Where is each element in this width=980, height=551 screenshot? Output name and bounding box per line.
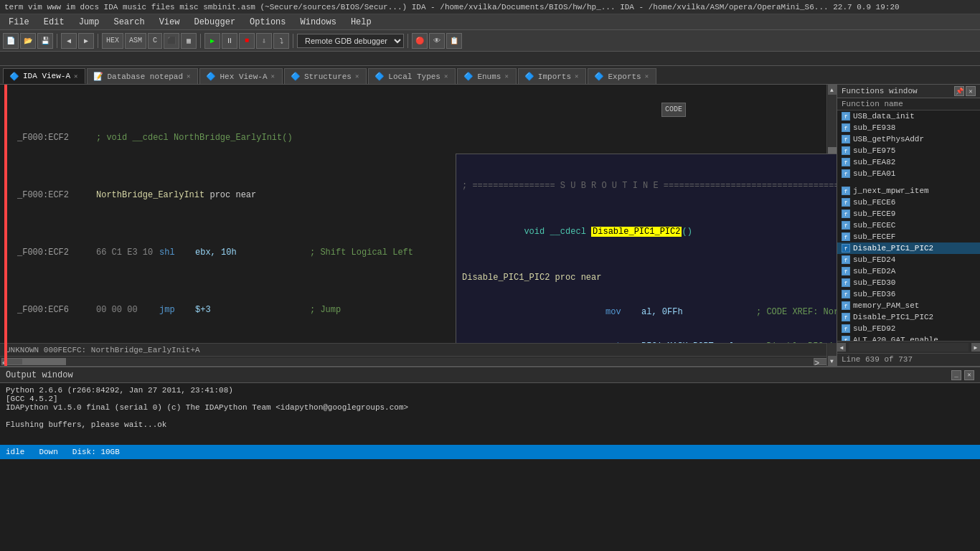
func-scroll-left[interactable]: ◀ <box>837 343 846 352</box>
line-addr: _F000:ECF2 <box>17 189 96 201</box>
tab-exports-close[interactable]: ✕ <box>645 72 649 80</box>
tab-db-notepad[interactable]: 📝 Database notepad ✕ <box>87 68 198 84</box>
func-icon: f <box>842 209 850 218</box>
func-icon: f <box>842 255 850 264</box>
func-item-selected[interactable]: f Disable_PIC1_PIC2 <box>837 242 980 254</box>
menu-help[interactable]: Help <box>345 16 377 29</box>
tab-imports-close[interactable]: ✕ <box>575 72 578 80</box>
toolbar-asm[interactable]: ASM <box>125 33 146 49</box>
navbar <box>0 52 980 66</box>
functions-panel-close[interactable]: ✕ <box>966 86 976 96</box>
func-item[interactable]: f sub_FEA01 <box>837 168 980 179</box>
func-name: Disable_PIC1_PIC2 <box>853 313 933 321</box>
func-icon: f <box>842 123 850 132</box>
func-item[interactable]: f Disable_PIC1_PIC2 <box>837 311 980 323</box>
functions-scrollbar[interactable]: ◀ ▶ <box>837 341 980 353</box>
output-close[interactable]: ✕ <box>964 370 974 380</box>
output-minimize[interactable]: _ <box>951 370 961 380</box>
functions-column-name: Function name <box>837 98 980 110</box>
tab-local-types-close[interactable]: ✕ <box>444 72 448 80</box>
toolbar-step-over[interactable]: ⤵ <box>273 33 289 49</box>
func-item[interactable]: f sub_FE975 <box>837 145 980 156</box>
toolbar-run[interactable]: ▶ <box>204 33 220 49</box>
toolbar-stop[interactable]: ■ <box>239 33 255 49</box>
toolbar-open[interactable]: 📂 <box>20 33 36 49</box>
debugger-select[interactable]: Remote GDB debugger <box>297 34 404 48</box>
toolbar-hex[interactable]: HEX <box>102 33 123 49</box>
functions-panel-pin[interactable]: 📌 <box>954 86 964 96</box>
vscroll-down[interactable]: ▼ <box>828 356 837 366</box>
tab-exports[interactable]: 🔷 Exports ✕ <box>588 68 656 84</box>
toolbar-graph[interactable]: ⬛ <box>164 33 179 49</box>
func-name: sub_FED36 <box>853 290 895 298</box>
tab-structures-label: Structures <box>304 72 352 81</box>
func-item[interactable]: f sub_FED92 <box>837 323 980 334</box>
func-item[interactable]: f sub_FECEC <box>837 220 980 231</box>
menu-jump[interactable]: Jump <box>73 16 105 29</box>
tab-imports[interactable]: 🔷 Imports ✕ <box>518 68 587 84</box>
func-icon: f <box>842 221 850 230</box>
code-hscrollbar[interactable]: < > <box>0 356 837 366</box>
func-item[interactable]: f ALT_A20_GAT_enable <box>837 334 980 341</box>
func-item[interactable]: f USB_getPhysAddr <box>837 133 980 145</box>
functions-list[interactable]: f USB_data_init f sub_FE938 f USB_getPhy… <box>837 110 980 341</box>
toolbar-stack[interactable]: ▦ <box>181 33 197 49</box>
func-item[interactable]: f sub_FECE6 <box>837 197 980 208</box>
func-item[interactable]: f sub_FE938 <box>837 122 980 133</box>
hscroll-thumb[interactable] <box>23 358 66 365</box>
menu-file[interactable]: File <box>3 16 35 29</box>
toolbar-pause[interactable]: ⏸ <box>222 33 237 49</box>
tab-ida-view-close[interactable]: ✕ <box>74 72 77 80</box>
toolbar-save[interactable]: 💾 <box>37 33 53 49</box>
func-item[interactable]: f sub_FECE9 <box>837 208 980 220</box>
toolbar-step-into[interactable]: ⇩ <box>256 33 272 49</box>
func-item[interactable]: f memory_PAM_set <box>837 300 980 311</box>
func-icon: f <box>842 135 850 143</box>
tab-structures[interactable]: 🔷 Structures ✕ <box>284 68 367 84</box>
toolbar-bp[interactable]: 🔴 <box>412 33 428 49</box>
menu-windows[interactable]: Windows <box>295 16 342 29</box>
code-view[interactable]: _F000:ECF2 ; void __cdecl NorthBridge_Ea… <box>0 85 837 343</box>
func-item[interactable]: f sub_FED36 <box>837 288 980 300</box>
tab-enums-close[interactable]: ✕ <box>504 72 508 80</box>
func-icon: f <box>842 198 850 207</box>
func-item[interactable]: f sub_FED30 <box>837 277 980 288</box>
func-item[interactable]: f sub_FECEF <box>837 231 980 242</box>
func-item[interactable]: f USB_data_init <box>837 110 980 122</box>
output-content[interactable]: Python 2.6.6 (r266:84292, Jan 27 2011, 2… <box>0 383 980 445</box>
toolbar-sep4 <box>293 34 293 48</box>
tab-hex-label: Hex View-A <box>220 72 267 81</box>
tab-enums[interactable]: 🔷 Enums ✕ <box>457 68 516 84</box>
tab-db-close[interactable]: ✕ <box>187 72 190 80</box>
toolbar-back[interactable]: ◀ <box>61 33 77 49</box>
menu-edit[interactable]: Edit <box>38 16 70 29</box>
toolbar-c[interactable]: C <box>148 33 162 49</box>
tab-structures-icon: 🔷 <box>291 72 301 81</box>
func-scroll-track[interactable] <box>849 343 969 352</box>
toolbar-forward[interactable]: ▶ <box>78 33 94 49</box>
toolbar-locals[interactable]: 📋 <box>446 33 462 49</box>
menu-search[interactable]: Search <box>108 16 150 29</box>
func-scroll-right[interactable]: ▶ <box>971 343 980 352</box>
menu-options[interactable]: Options <box>244 16 291 29</box>
hscroll-left[interactable]: < <box>1 358 23 365</box>
func-item[interactable]: f sub_FEA82 <box>837 156 980 168</box>
func-item[interactable]: f sub_FED24 <box>837 254 980 265</box>
toolbar-new[interactable]: 📄 <box>3 33 19 49</box>
hscroll-track[interactable] <box>23 358 814 365</box>
toolbar-watch[interactable]: 👁 <box>429 33 445 49</box>
tab-hex-view[interactable]: 🔷 Hex View-A ✕ <box>199 68 282 84</box>
tab-hex-close[interactable]: ✕ <box>271 72 275 80</box>
vscroll-up[interactable]: ▲ <box>828 85 837 95</box>
output-line: [GCC 4.5.2] <box>6 395 974 403</box>
func-name: ALT_A20_GAT_enable <box>853 336 938 341</box>
menu-debugger[interactable]: Debugger <box>188 16 241 29</box>
func-name: sub_FE938 <box>853 123 895 132</box>
tab-structures-close[interactable]: ✕ <box>355 72 359 80</box>
tab-ida-view[interactable]: 🔷 IDA View-A ✕ <box>3 68 85 84</box>
menu-view[interactable]: View <box>154 16 186 29</box>
func-item[interactable]: f j_next_mpwr_item <box>837 185 980 197</box>
func-icon: f <box>842 290 850 298</box>
tab-local-types[interactable]: 🔷 Local Types ✕ <box>368 68 456 84</box>
func-item[interactable]: f sub_FED2A <box>837 265 980 277</box>
